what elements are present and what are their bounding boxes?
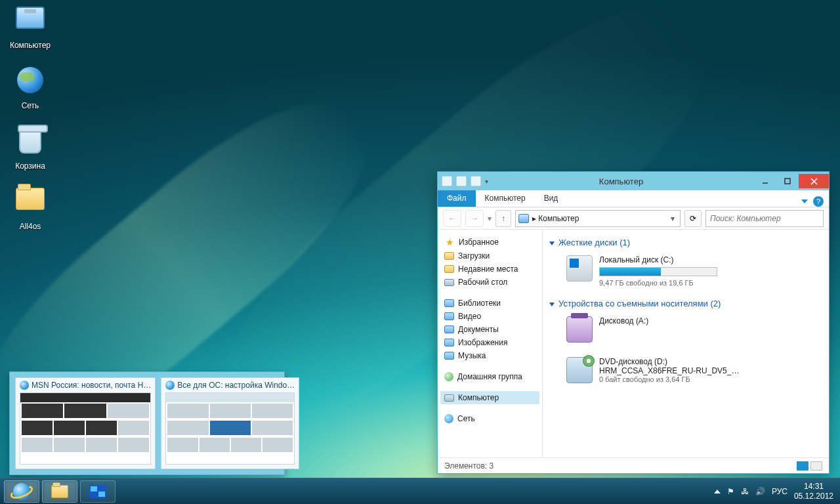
sidebar-item-desktop[interactable]: Рабочий стол: [440, 276, 539, 289]
sidebar-item-downloads[interactable]: Загрузки: [440, 249, 539, 262]
sidebar-item-recent[interactable]: Недавние места: [440, 262, 539, 276]
desktop-icon: [444, 279, 454, 286]
language-indicator[interactable]: РУС: [772, 487, 788, 496]
nav-back-button[interactable]: ←: [443, 210, 461, 227]
ribbon-tab-view[interactable]: Вид: [535, 190, 568, 207]
documents-icon: [444, 326, 454, 333]
nav-history-dropdown-icon[interactable]: ▾: [488, 214, 492, 223]
desktop-icon-computer[interactable]: Компьютер: [4, 7, 56, 60]
ribbon-tab-file[interactable]: Файл: [438, 190, 476, 207]
status-bar: Элементов: 3: [438, 457, 829, 473]
sidebar-item-pictures[interactable]: Изображения: [440, 336, 539, 349]
nav-forward-button[interactable]: →: [465, 210, 484, 227]
address-bar[interactable]: ▸ Компьютер ▾: [515, 210, 681, 227]
taskbar-button-display[interactable]: [80, 480, 116, 503]
libraries-icon: [444, 299, 454, 307]
close-button[interactable]: [799, 174, 829, 188]
desktop-icon-label: Корзина: [4, 161, 56, 171]
nav-up-button[interactable]: ↑: [495, 210, 511, 227]
drive-item-d[interactable]: DVD-дисковод (D:) HRM_CCSA_X86FRE_RU-RU_…: [549, 352, 822, 392]
sidebar-libraries-head[interactable]: Библиотеки: [440, 297, 539, 310]
address-bar-row: ← → ▾ ↑ ▸ Компьютер ▾ ⟳: [438, 207, 829, 230]
group-header-removable[interactable]: Устройства со съемными носителями (2): [549, 296, 822, 311]
volume-icon[interactable]: 🔊: [755, 487, 765, 496]
ribbon-tab-computer[interactable]: Компьютер: [476, 190, 535, 207]
ribbon-tabs: Файл Компьютер Вид ?: [438, 190, 829, 207]
sidebar-label: Сеть: [457, 414, 475, 423]
qat-button[interactable]: [442, 176, 452, 186]
minimize-button[interactable]: [754, 174, 776, 188]
clock-time: 14:31: [794, 482, 833, 491]
drive-free-text: 0 байт свободно из 3,64 ГБ: [599, 375, 820, 383]
desktop-icon-label: All4os: [4, 222, 56, 231]
computer-icon: [16, 7, 45, 29]
taskbar-thumbnail[interactable]: MSN Россия: новости, почта H…: [15, 377, 156, 469]
sidebar-label: Домашняя группа: [457, 372, 522, 381]
maximize-button[interactable]: [776, 174, 799, 188]
ribbon-collapse-icon[interactable]: [801, 200, 808, 203]
taskbar-button-ie[interactable]: [4, 480, 39, 503]
sidebar-favorites-head[interactable]: ★Избранное: [440, 235, 539, 249]
floppy-drive-icon: [566, 316, 593, 343]
group-header-hdd[interactable]: Жесткие диски (1): [549, 235, 822, 250]
taskbar-thumbnail[interactable]: Все для ОС: настройка Windo…: [161, 377, 299, 469]
sidebar-label: Видео: [458, 312, 481, 321]
taskbar-clock[interactable]: 14:31 05.12.2012: [794, 482, 836, 501]
video-icon: [444, 312, 454, 320]
drive-item-a[interactable]: Дисковод (A:): [549, 311, 822, 352]
desktop-icon-recycle-bin[interactable]: Корзина: [4, 127, 56, 181]
chevron-down-icon: [549, 242, 555, 245]
drive-name: Дисковод (A:): [599, 316, 820, 326]
desktop-icon-network[interactable]: Сеть: [4, 67, 56, 121]
taskbar-button-explorer[interactable]: [42, 480, 77, 503]
desktop-icon-folder-all4os[interactable]: All4os: [4, 188, 56, 242]
sidebar-network[interactable]: Сеть: [440, 412, 539, 425]
computer-icon: [518, 214, 529, 223]
sidebar-label: Изображения: [458, 338, 507, 347]
sidebar-label: Рабочий стол: [458, 278, 507, 287]
thumbnail-title: Все для ОС: настройка Windo…: [177, 381, 295, 390]
qat-button[interactable]: [471, 176, 481, 186]
ie-icon: [165, 381, 175, 390]
refresh-button[interactable]: ⟳: [684, 210, 702, 227]
sidebar-item-video[interactable]: Видео: [440, 310, 539, 323]
explorer-window: ▾ Компьютер Файл Компьютер Вид ? ← → ▾ ↑…: [437, 171, 830, 474]
recycle-bin-icon: [19, 127, 41, 154]
address-dropdown-icon[interactable]: ▾: [668, 214, 677, 223]
network-icon: [444, 414, 453, 423]
help-icon[interactable]: ?: [813, 196, 824, 207]
computer-icon: [444, 394, 454, 402]
sidebar-label: Недавние места: [458, 264, 518, 274]
window-titlebar[interactable]: ▾ Компьютер: [438, 172, 829, 190]
network-tray-icon[interactable]: 🖧: [741, 487, 749, 496]
group-header-label: Устройства со съемными носителями (2): [558, 299, 721, 308]
sidebar-item-documents[interactable]: Документы: [440, 323, 539, 336]
drive-name: DVD-дисковод (D:): [599, 357, 820, 366]
navigation-pane: ★Избранное Загрузки Недавние места Рабоч…: [438, 230, 543, 457]
internet-explorer-icon: [13, 483, 30, 500]
address-segment[interactable]: Компьютер: [538, 214, 579, 223]
tray-show-hidden-icon[interactable]: [714, 490, 721, 494]
address-separator: ▸: [532, 214, 536, 223]
qat-button[interactable]: [456, 176, 467, 186]
action-center-icon[interactable]: ⚑: [727, 487, 734, 496]
drive-item-c[interactable]: Локальный диск (C:) 9,47 ГБ свободно из …: [549, 250, 822, 296]
folder-icon: [16, 188, 45, 210]
sidebar-computer[interactable]: Компьютер: [440, 391, 539, 404]
sidebar-homegroup[interactable]: Домашняя группа: [440, 370, 539, 383]
view-details-button[interactable]: [797, 461, 808, 471]
view-tiles-button[interactable]: [810, 461, 822, 471]
group-header-label: Жесткие диски (1): [558, 238, 630, 247]
drive-volume-label: HRM_CCSA_X86FRE_RU-RU_DV5_…: [599, 366, 820, 375]
svg-rect-1: [785, 178, 790, 184]
status-item-count: Элементов: 3: [444, 461, 494, 471]
sidebar-label: Загрузки: [458, 251, 490, 261]
desktop-icons: Компьютер Сеть Корзина All4os: [4, 4, 56, 248]
search-input[interactable]: [705, 210, 824, 227]
homegroup-icon: [444, 372, 453, 381]
desktop-icon-label: Сеть: [4, 101, 56, 110]
dvd-drive-icon: [566, 357, 593, 383]
capacity-bar: [599, 267, 717, 276]
sidebar-label: Компьютер: [458, 393, 499, 402]
sidebar-item-music[interactable]: Музыка: [440, 349, 539, 362]
